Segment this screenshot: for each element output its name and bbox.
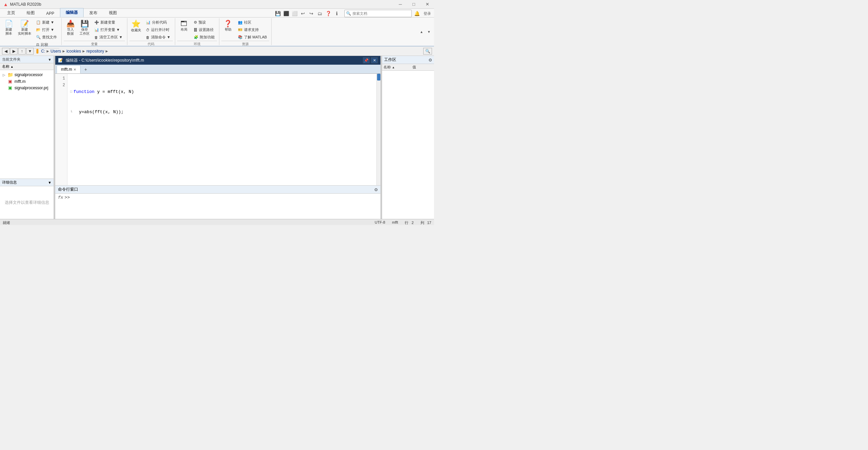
add-ons-button[interactable]: 🧩 附加功能 bbox=[191, 34, 217, 41]
list-item[interactable]: ▷ 📁 signalprocessor bbox=[0, 71, 54, 78]
community-button[interactable]: 👥 社区 bbox=[236, 19, 269, 26]
tab-app[interactable]: APP bbox=[40, 9, 60, 17]
folder-icon bbox=[36, 49, 38, 54]
variable-group-label: 变量 bbox=[64, 41, 125, 47]
close-button[interactable]: ✕ bbox=[421, 0, 434, 9]
save-workspace-button[interactable]: 💾 保存工作区 bbox=[78, 19, 91, 37]
undo-btn[interactable]: ↩ bbox=[299, 10, 307, 17]
favorites-button[interactable]: ⭐ 收藏夹 bbox=[129, 19, 143, 34]
current-folder-expand[interactable]: ▼ bbox=[48, 58, 52, 62]
open-button[interactable]: 📂 打开 ▼ bbox=[34, 26, 59, 33]
set-path-button[interactable]: 🛤 设置路径 bbox=[191, 26, 217, 33]
preferences-button[interactable]: ⚙ 预设 bbox=[191, 19, 217, 26]
app-title: ▲ MATLAB R2020b bbox=[0, 2, 44, 7]
path-c[interactable]: C: bbox=[41, 49, 45, 54]
save-toolbar-btn[interactable]: 💾 bbox=[274, 10, 281, 17]
compare-button[interactable]: ⚖ 比较 bbox=[34, 41, 59, 48]
workspace-expand-icon[interactable]: ⊙ bbox=[429, 58, 432, 62]
editor-icon: 📝 bbox=[58, 58, 63, 63]
clear-cmd-button[interactable]: 🗑 清除命令 ▼ bbox=[144, 34, 173, 41]
ribbon-tabs: 主页 绘图 APP 编辑器 发布 视图 💾 ⬛ ⬜ ↩ ↪ 🗂 ❓ ℹ 🔍 🔔 … bbox=[0, 9, 434, 18]
path-repository[interactable]: repository bbox=[86, 49, 104, 54]
run-timer-icon: ⏱ bbox=[146, 28, 150, 32]
toolbar-btn-3[interactable]: ⬜ bbox=[291, 10, 298, 17]
bell-icon[interactable]: 🔔 bbox=[413, 10, 421, 17]
ribbon-scroll-up[interactable]: ▲ bbox=[418, 28, 425, 35]
code-content[interactable]: □ function y = mfft(x, N) └ y=abs(fft(x,… bbox=[67, 74, 376, 185]
tab-view[interactable]: 视图 bbox=[103, 8, 123, 17]
tab-close-icon[interactable]: ✕ bbox=[73, 68, 76, 71]
ribbon-group-file: 📄 新建脚本 📝 新建实时脚本 📋 新建 ▼ 📂 打开 ▼ 🔍 查找文件 bbox=[0, 18, 62, 45]
find-file-label: 查找文件 bbox=[42, 35, 57, 40]
address-search-button[interactable]: 🔍 bbox=[423, 48, 432, 55]
import-label: 导入数据 bbox=[67, 28, 74, 36]
ribbon-scroll-down[interactable]: ▼ bbox=[425, 28, 433, 35]
redo-btn[interactable]: ↪ bbox=[308, 10, 315, 17]
history-button[interactable]: ▼ bbox=[26, 48, 34, 55]
status-function: mfft bbox=[392, 220, 398, 225]
ribbon-group-variable: 📥 导入数据 💾 保存工作区 ➕ 新建变量 📊 打开变量 ▼ 🗑 清空工作区 bbox=[62, 18, 127, 45]
toolbar-btn-2[interactable]: ⬛ bbox=[282, 10, 290, 17]
minimize-button[interactable]: ─ bbox=[394, 0, 407, 9]
add-tab-button[interactable]: + bbox=[81, 65, 90, 73]
scrollbar-thumb[interactable] bbox=[377, 74, 380, 81]
editor-close-button[interactable]: ✕ bbox=[371, 57, 378, 63]
path-icookies[interactable]: icookies bbox=[66, 49, 81, 54]
tab-publish[interactable]: 发布 bbox=[84, 8, 103, 17]
block-end-icon: └ bbox=[70, 109, 72, 116]
run-timer-button[interactable]: ⏱ 运行并计时 bbox=[144, 26, 173, 33]
tab-editor[interactable]: 编辑器 bbox=[60, 8, 84, 17]
back-button[interactable]: ◀ bbox=[2, 48, 9, 55]
new-script-button[interactable]: 📄 新建脚本 bbox=[2, 19, 16, 37]
search-input[interactable] bbox=[352, 11, 406, 15]
code-group-label: 代码 bbox=[129, 41, 173, 47]
m-file-icon: ▣ bbox=[8, 79, 12, 84]
open-variable-icon: 📊 bbox=[94, 28, 99, 32]
detail-expand[interactable]: ▼ bbox=[48, 181, 52, 185]
list-item[interactable]: ▣ signalprocessor.prj bbox=[0, 85, 54, 91]
help-toolbar-btn[interactable]: ❓ bbox=[324, 10, 332, 17]
path-users[interactable]: Users bbox=[51, 49, 61, 54]
find-file-button[interactable]: 🔍 查找文件 bbox=[34, 34, 59, 41]
command-window-panel: 命令行窗口 ⊙ fx >> bbox=[55, 185, 380, 219]
status-ready: 就绪 bbox=[3, 220, 369, 225]
editor-tab-mfft[interactable]: mfft.m ✕ bbox=[57, 65, 81, 73]
new-button[interactable]: 📋 新建 ▼ bbox=[34, 19, 59, 26]
learn-matlab-icon: 📚 bbox=[238, 35, 243, 39]
editor-scrollbar[interactable] bbox=[376, 74, 380, 185]
editor-pin-button[interactable]: 📌 bbox=[363, 57, 370, 63]
ribbon-toolbar: 📄 新建脚本 📝 新建实时脚本 📋 新建 ▼ 📂 打开 ▼ 🔍 查找文件 bbox=[0, 18, 434, 46]
maximize-button[interactable]: □ bbox=[407, 0, 421, 9]
detail-panel: 详细信息 ▼ 选择文件以查看详细信息 bbox=[0, 179, 54, 219]
file-list-header: 名称 ▲ bbox=[0, 63, 54, 70]
workspace-col-name[interactable]: 名称 ▲ bbox=[383, 65, 410, 70]
list-item[interactable]: ▣ mfft.m bbox=[0, 78, 54, 85]
request-support-button[interactable]: 🎫 请求支持 bbox=[236, 26, 269, 33]
info-toolbar-btn[interactable]: ℹ bbox=[333, 10, 340, 17]
import-data-button[interactable]: 📥 导入数据 bbox=[64, 19, 77, 37]
clear-workspace-icon: 🗑 bbox=[94, 35, 98, 39]
folder-icon: 📁 bbox=[7, 72, 13, 77]
forward-button[interactable]: ▶ bbox=[10, 48, 18, 55]
clear-workspace-button[interactable]: 🗑 清空工作区 ▼ bbox=[92, 34, 125, 41]
toolbar-btn-6[interactable]: 🗂 bbox=[316, 10, 323, 17]
login-button[interactable]: 登录 bbox=[422, 10, 433, 17]
help-button[interactable]: ❓ 帮助 bbox=[221, 19, 235, 33]
tab-plot[interactable]: 绘图 bbox=[21, 8, 40, 17]
analyze-code-button[interactable]: 📊 分析代码 bbox=[144, 19, 173, 26]
ribbon-group-code-content: ⭐ 收藏夹 📊 分析代码 ⏱ 运行并计时 🗑 清除命令 ▼ bbox=[129, 19, 173, 41]
new-realtime-button[interactable]: 📝 新建实时脚本 bbox=[16, 19, 33, 37]
community-label: 社区 bbox=[244, 20, 251, 25]
tab-home[interactable]: 主页 bbox=[1, 8, 21, 17]
layout-button[interactable]: 🗔 布局 bbox=[177, 19, 191, 33]
command-window-content[interactable]: fx >> bbox=[55, 194, 380, 219]
address-path: C: ► Users ► icookies ► repository ► bbox=[41, 49, 109, 54]
learn-matlab-button[interactable]: 📚 了解 MATLAB bbox=[236, 34, 269, 41]
up-button[interactable]: ↑ bbox=[18, 48, 26, 55]
new-variable-button[interactable]: ➕ 新建变量 bbox=[92, 19, 125, 26]
cmd-expand-icon[interactable]: ⊙ bbox=[374, 187, 378, 192]
ribbon-search-box[interactable]: 🔍 bbox=[344, 10, 412, 17]
folder-expand-icon[interactable]: ▷ bbox=[3, 73, 5, 77]
find-file-icon: 🔍 bbox=[36, 35, 41, 39]
open-variable-button[interactable]: 📊 打开变量 ▼ bbox=[92, 26, 125, 33]
